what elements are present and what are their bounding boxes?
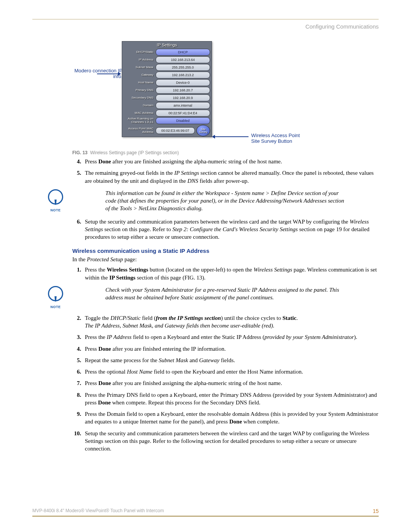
panel-row-label: Secondary DNS <box>124 96 156 100</box>
note-label: NOTE <box>48 305 64 309</box>
note-block-2: NOTE Check with your System Administrato… <box>32 286 379 309</box>
panel-row: DHCP/StaticDHCP <box>122 48 212 56</box>
figure-number: FIG. 13 <box>72 150 88 155</box>
note-block-1: NOTE This information can be found in ei… <box>32 189 379 212</box>
note-icon: NOTE <box>48 189 64 212</box>
panel-row: Subnet Mask255.255.255.0 <box>122 64 212 71</box>
figure-13: Modero connection IP info. IP Settings D… <box>72 41 379 148</box>
panel-row-label: Gateway <box>124 73 156 77</box>
static-step-9: Press the Domain field to open a Keyboar… <box>83 410 379 426</box>
arrow-right-icon <box>212 136 249 137</box>
panel-title: IP Settings <box>122 42 212 48</box>
steps-continued-b: Setup the security and communication par… <box>32 218 379 241</box>
panel-row-label: IP Address <box>124 58 156 62</box>
panel-row-label: Active Roaming on Channels 1,6,11 <box>124 117 156 124</box>
site-survey-button[interactable]: Site Survey <box>196 125 210 136</box>
figure-caption-text: Wireless Settings page (IP Settings sect… <box>90 150 179 155</box>
panel-row: Host NameDevice-0 <box>122 79 212 86</box>
panel-row: Domainamx.internal <box>122 102 212 109</box>
static-step-6: Press the optional Host Name field to op… <box>83 368 379 375</box>
footer-page-number: 15 <box>373 508 379 514</box>
panel-row-value[interactable]: DHCP <box>156 49 210 56</box>
note-text-2: Check with your System Administrator for… <box>73 286 349 302</box>
static-ip-steps-a: Press the Wireless Settings button (loca… <box>32 266 379 281</box>
static-step-1: Press the Wireless Settings button (loca… <box>83 266 379 281</box>
panel-row: Secondary DNS192.168.20.9 <box>122 94 212 102</box>
arrow-left-icon <box>97 73 121 74</box>
step-5: The remaining greyed-out fields in the I… <box>83 169 379 185</box>
panel-row-label: DHCP/Static <box>124 51 156 54</box>
panel-row-label: Subnet Mask <box>124 66 156 69</box>
access-point-row: Access Point MAC Address 00:02:E3:46:99:… <box>122 125 212 137</box>
panel-row-label: Host Name <box>124 81 156 85</box>
panel-row-value[interactable]: 192.168.20.7 <box>156 87 210 94</box>
static-step-8: Press the Primary DNS field to open a Ke… <box>83 391 379 407</box>
static-step-3: Press the IP Address field to open a Key… <box>83 333 379 341</box>
footer-product: MVP-8400i 8.4" Modero® ViewPoint® Touch … <box>32 508 164 514</box>
panel-row-value[interactable]: Device-0 <box>156 79 210 86</box>
panel-row: IP Address192.168.213.64 <box>122 56 212 64</box>
note-label: NOTE <box>48 208 64 212</box>
static-step-7: Press Done after you are finished assign… <box>83 379 379 387</box>
ap-value[interactable]: 00:02:E3:46:99:07 <box>156 127 195 134</box>
panel-row-label: Domain <box>124 104 156 107</box>
figure-caption: FIG. 13 Wireless Settings page (IP Setti… <box>72 150 379 155</box>
panel-row-value[interactable]: Disabled <box>156 117 210 124</box>
annot-line2: Site Survey Button <box>251 138 292 144</box>
static-step-2: Toggle the DHCP/Static field (from the I… <box>83 314 379 330</box>
static-step-4: Press Done after you are finished enteri… <box>83 345 379 353</box>
ap-label: Access Point MAC Address <box>124 127 156 134</box>
steps-continued: Press Done after you are finished assign… <box>32 158 379 185</box>
page-footer: MVP-8400i 8.4" Modero® ViewPoint® Touch … <box>32 508 379 517</box>
bulb-icon <box>48 286 63 301</box>
figure-right-annotation: Wireless Access Point Site Survey Button <box>251 133 300 144</box>
panel-row: Primary DNS192.168.20.7 <box>122 86 212 94</box>
section-intro: In the Protected Setup page: <box>72 256 379 263</box>
static-ip-steps-b: Toggle the DHCP/Static field (from the I… <box>32 314 379 453</box>
panel-row: MAC Address00:22:5F:41:D4:E4 <box>122 109 212 117</box>
running-header: Configuring Communications <box>32 23 379 30</box>
step-4: Press Done after you are finished assign… <box>83 158 379 165</box>
panel-row-label: Primary DNS <box>124 89 156 92</box>
panel-row-label: MAC Address <box>124 112 156 115</box>
ip-settings-panel: IP Settings DHCP/StaticDHCPIP Address192… <box>122 41 212 137</box>
panel-row-value[interactable]: 00:22:5F:41:D4:E4 <box>156 110 210 117</box>
panel-row: Active Roaming on Channels 1,6,11Disable… <box>122 117 212 125</box>
panel-row: Gateway192.168.213.2 <box>122 71 212 79</box>
panel-row-value[interactable]: 192.168.213.64 <box>156 56 210 63</box>
static-step-10: Setup the security and communication par… <box>83 430 379 453</box>
panel-row-value[interactable]: amx.internal <box>156 102 210 109</box>
bulb-icon <box>48 189 63 204</box>
top-rule <box>32 19 379 19</box>
note-text-1: This information can be found in either … <box>73 189 349 212</box>
panel-row-value[interactable]: 192.168.213.2 <box>156 72 210 78</box>
static-step-5: Repeat the same process for the Subnet M… <box>83 356 379 364</box>
section-heading: Wireless communication using a Static IP… <box>72 248 379 254</box>
annot-line1: Wireless Access Point <box>251 133 300 138</box>
step-6: Setup the security and communication par… <box>83 218 379 241</box>
panel-row-value[interactable]: 192.168.20.9 <box>156 94 210 101</box>
panel-row-value[interactable]: 255.255.255.0 <box>156 64 210 71</box>
note-icon: NOTE <box>48 286 64 309</box>
